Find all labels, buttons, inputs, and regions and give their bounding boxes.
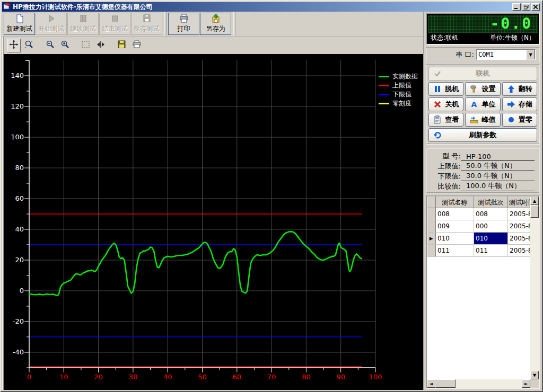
device-info-value: 100.0 牛顿（N） — [461, 181, 535, 191]
cell-test-name[interactable]: 009 — [436, 220, 474, 233]
control-button-单位[interactable]: A单位 — [465, 97, 500, 111]
legend-label: 实测数据 — [392, 72, 418, 81]
toolbar-button-5[interactable]: 打印 — [168, 13, 199, 35]
refresh-icon — [433, 131, 442, 139]
device-info-value: 30.0 牛顿（N） — [461, 171, 535, 181]
minimize-button[interactable] — [512, 3, 521, 11]
row-selector[interactable] — [427, 220, 436, 233]
legend-item: 上限值 — [379, 81, 418, 90]
scroll-left-button[interactable]: ◄ — [427, 379, 435, 388]
control-button-label: 单位 — [481, 100, 495, 109]
device-info-row: 上限值:50.0 牛顿（N） — [428, 161, 535, 171]
toolbar-button-2[interactable]: 继续测试 — [67, 13, 99, 35]
chart-column: 新建测试开始测试继续测试结束测试保存测试打印另存为 01020304050607… — [2, 12, 423, 390]
svg-text:60: 60 — [233, 373, 242, 381]
restore-button[interactable] — [522, 3, 530, 11]
toolbar-button-3[interactable]: 结束测试 — [99, 13, 130, 35]
svg-text:90: 90 — [336, 373, 345, 381]
cell-test-batch[interactable]: 011 — [474, 245, 508, 257]
select-region-button[interactable] — [79, 39, 93, 52]
cell-test-batch[interactable]: 010 — [474, 233, 508, 245]
refresh-params-button[interactable]: 刷新参数 — [428, 128, 537, 142]
control-button-设置[interactable]: 设置 — [465, 82, 500, 96]
zoom-out-icon — [45, 40, 55, 51]
save-icon — [142, 14, 152, 23]
control-button-关机[interactable]: 关机 — [428, 97, 463, 111]
cell-test-time[interactable]: 2005-8-25 下午 — [508, 245, 530, 257]
control-button-翻转[interactable]: 翻转 — [502, 82, 537, 96]
horizontal-scrollbar[interactable]: ◄ ► — [427, 379, 530, 388]
toolbar-button-4[interactable]: 保存测试 — [131, 13, 162, 35]
status-label: 状态:联机 — [431, 33, 458, 42]
control-button-置零[interactable]: 置零 — [502, 113, 537, 127]
serial-port-select[interactable]: COM1 ▼ — [476, 49, 536, 60]
legend-item: 零刻度 — [379, 99, 418, 108]
toolbar-button-1[interactable]: 开始测试 — [36, 13, 67, 35]
horizontal-scroll-thumb[interactable] — [435, 379, 456, 388]
zoom-in-button[interactable] — [58, 39, 72, 52]
cell-test-name[interactable]: 011 — [436, 245, 474, 257]
table-row[interactable]: ▶0100102005-8-25 下午 — [427, 233, 530, 245]
control-button-峰值[interactable]: 峰值 — [465, 113, 500, 127]
led-status-bar: 状态:联机 单位:牛顿（N） — [428, 33, 538, 43]
column-header-2[interactable]: 测试时间 — [508, 197, 530, 208]
zoom-drag-button[interactable] — [22, 39, 36, 52]
control-button-脱机[interactable]: 脱机 — [428, 82, 463, 96]
save-chart-button[interactable] — [115, 39, 129, 52]
legend-swatch — [379, 76, 389, 77]
scroll-right-button[interactable]: ► — [522, 379, 530, 388]
column-header-1[interactable]: 测试批次 — [474, 197, 508, 208]
scroll-up-button[interactable]: ▲ — [530, 197, 539, 205]
horizontal-scroll-track[interactable] — [456, 379, 522, 388]
app-icon — [3, 3, 11, 11]
legend-swatch — [379, 94, 389, 95]
toolbar-button-label: 结束测试 — [102, 24, 128, 33]
cell-test-time[interactable]: 2005-8-25 下午 — [508, 233, 530, 245]
toolbar-button-label: 另存为 — [206, 24, 225, 33]
vertical-scrollbar[interactable]: ▲ ▼ — [530, 197, 539, 379]
chevron-down-icon[interactable]: ▼ — [526, 50, 535, 59]
scroll-down-button[interactable]: ▼ — [530, 371, 539, 379]
table-row[interactable]: 0080082005-8-25 下午 — [427, 208, 530, 220]
column-header-0[interactable]: 测试名称 — [436, 197, 474, 208]
led-display-panel: -0.0 状态:联机 单位:牛顿（N） — [426, 13, 540, 45]
row-selector[interactable]: ▶ — [427, 233, 436, 245]
toolbar-button-6[interactable]: 另存为 — [200, 13, 231, 35]
toolbar-button-0[interactable]: 新建测试 — [4, 13, 35, 35]
cell-test-name[interactable]: 008 — [436, 208, 474, 220]
legend-label: 上限值 — [392, 81, 411, 90]
close-button[interactable] — [531, 3, 540, 11]
measured-data-curve — [29, 231, 362, 295]
device-info-label: 上限值: — [428, 162, 461, 171]
select-region-icon — [81, 40, 91, 51]
printer-icon — [179, 14, 189, 23]
row-selector[interactable] — [427, 245, 436, 257]
svg-text:0: 0 — [27, 373, 31, 381]
connect-button[interactable]: 联机 — [428, 67, 537, 81]
row-selector-header[interactable] — [427, 197, 436, 208]
fit-horizontal-button[interactable] — [94, 39, 108, 52]
device-info-label: 下限值: — [428, 172, 461, 181]
row-selector[interactable] — [427, 208, 436, 220]
test-records-table-wrap: 测试名称测试批次测试时间0080082005-8-25 下午0090002005… — [427, 197, 530, 379]
cell-test-time[interactable]: 2005-8-25 下午 — [508, 220, 530, 233]
svg-text:120: 120 — [11, 102, 24, 110]
table-row[interactable]: 0090002005-8-25 下午 — [427, 220, 530, 233]
table-row[interactable]: 0110112005-8-25 下午 — [427, 245, 530, 257]
cell-test-name[interactable]: 010 — [436, 233, 474, 245]
svg-text:40: 40 — [163, 373, 172, 381]
cell-test-batch[interactable]: 000 — [474, 220, 508, 233]
cell-test-time[interactable]: 2005-8-25 下午 — [508, 208, 530, 220]
zoom-out-button[interactable] — [43, 39, 57, 52]
print-chart-button[interactable] — [130, 39, 144, 52]
svg-text:-40: -40 — [13, 348, 24, 356]
control-button-label: 置零 — [519, 115, 532, 124]
toolbar-button-label: 开始测试 — [39, 24, 64, 33]
legend-label: 下限值 — [392, 90, 411, 99]
cell-test-batch[interactable]: 008 — [474, 208, 508, 220]
pan-crosshair-button[interactable] — [7, 39, 21, 52]
test-records-table[interactable]: 测试名称测试批次测试时间0080082005-8-25 下午0090002005… — [427, 197, 530, 257]
control-button-存储[interactable]: 存储 — [502, 97, 537, 111]
control-button-查看[interactable]: 查看 — [428, 113, 463, 127]
vertical-scroll-thumb[interactable] — [530, 205, 539, 218]
